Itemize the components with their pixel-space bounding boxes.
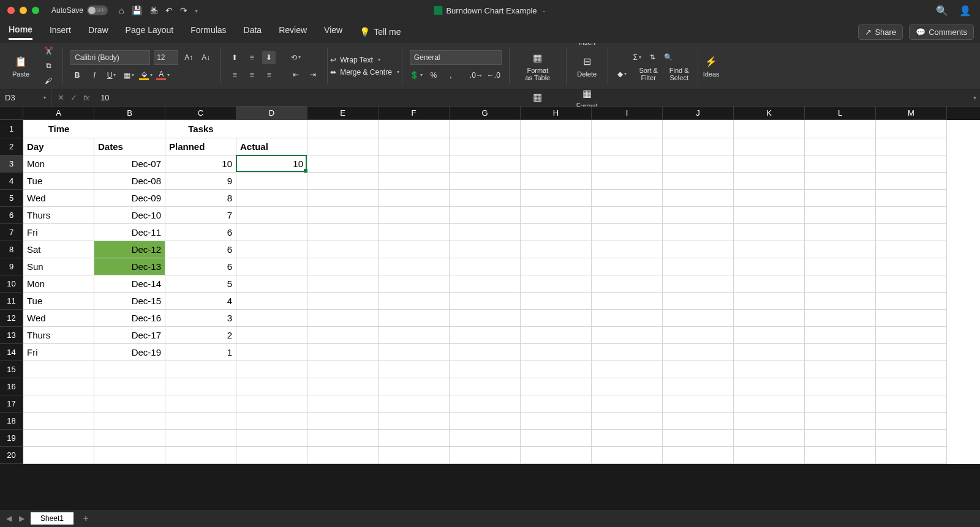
cell-M16[interactable] xyxy=(876,378,947,395)
cell-F9[interactable] xyxy=(379,258,450,275)
tab-review[interactable]: Review xyxy=(279,25,307,39)
cells-area[interactable]: TimeTasksDayDatesPlannedActualMonDec-071… xyxy=(23,120,947,464)
cell-J11[interactable] xyxy=(663,293,734,310)
cell-E18[interactable] xyxy=(307,413,379,430)
column-header-G[interactable]: G xyxy=(450,107,521,120)
cell-E1[interactable] xyxy=(307,120,379,138)
row-header-1[interactable]: 1 xyxy=(0,120,23,138)
cell-K14[interactable] xyxy=(734,344,805,361)
cell-H20[interactable] xyxy=(521,447,592,464)
cell-L4[interactable] xyxy=(805,173,876,190)
align-center-icon[interactable]: ≡ xyxy=(245,68,258,81)
next-sheet-icon[interactable]: ▶ xyxy=(19,514,24,523)
cell-F19[interactable] xyxy=(379,430,450,447)
cell-G19[interactable] xyxy=(450,430,521,447)
cell-K4[interactable] xyxy=(734,173,805,190)
cell-F5[interactable] xyxy=(379,190,450,207)
cell-A6[interactable]: Thurs xyxy=(23,207,94,224)
cell-K15[interactable] xyxy=(734,361,805,378)
merge-center-button[interactable]: ⬌Merge & Centre▾ xyxy=(330,68,399,77)
font-name-select[interactable] xyxy=(70,50,150,65)
row-header-7[interactable]: 7 xyxy=(0,224,23,241)
cell-J8[interactable] xyxy=(663,241,734,258)
cell-M15[interactable] xyxy=(876,361,947,378)
row-header-18[interactable]: 18 xyxy=(0,413,23,430)
search-icon[interactable]: 🔍 xyxy=(936,5,948,17)
cell-D9[interactable] xyxy=(236,258,307,275)
cell-I7[interactable] xyxy=(592,224,663,241)
cell-F14[interactable] xyxy=(379,344,450,361)
cell-G12[interactable] xyxy=(450,310,521,327)
cell-F16[interactable] xyxy=(379,378,450,395)
cell-H1[interactable] xyxy=(521,120,592,138)
cell-F12[interactable] xyxy=(379,310,450,327)
cell-L20[interactable] xyxy=(805,447,876,464)
cell-M14[interactable] xyxy=(876,344,947,361)
cell-L15[interactable] xyxy=(805,361,876,378)
cell-A1[interactable]: Time xyxy=(23,120,94,138)
tab-data[interactable]: Data xyxy=(244,25,262,39)
minimize-window-button[interactable] xyxy=(20,7,27,14)
cell-E4[interactable] xyxy=(307,173,379,190)
cell-J18[interactable] xyxy=(663,413,734,430)
cell-L12[interactable] xyxy=(805,310,876,327)
cell-D6[interactable] xyxy=(236,207,307,224)
maximize-window-button[interactable] xyxy=(32,7,39,14)
cell-K11[interactable] xyxy=(734,293,805,310)
cell-G10[interactable] xyxy=(450,275,521,293)
cell-D11[interactable] xyxy=(236,293,307,310)
delete-cells-button[interactable]: ⊟Delete xyxy=(575,53,599,79)
cell-A2[interactable]: Day xyxy=(23,138,94,155)
cell-B19[interactable] xyxy=(94,430,165,447)
cell-D2[interactable]: Actual xyxy=(236,138,307,155)
cell-M13[interactable] xyxy=(876,327,947,344)
expand-formula-bar-icon[interactable]: ▾ xyxy=(970,94,980,101)
align-top-icon[interactable]: ⬆ xyxy=(228,51,241,64)
cell-B10[interactable]: Dec-14 xyxy=(94,275,165,293)
row-header-17[interactable]: 17 xyxy=(0,395,23,413)
row-header-8[interactable]: 8 xyxy=(0,241,23,258)
formula-input[interactable]: 10 xyxy=(96,93,970,102)
cell-L16[interactable] xyxy=(805,378,876,395)
cell-A16[interactable] xyxy=(23,378,94,395)
cell-I18[interactable] xyxy=(592,413,663,430)
wrap-text-button[interactable]: ↩Wrap Text▾ xyxy=(330,56,399,64)
cancel-formula-icon[interactable]: ✕ xyxy=(58,93,64,102)
cell-H9[interactable] xyxy=(521,258,592,275)
cell-C20[interactable] xyxy=(165,447,236,464)
cell-D8[interactable] xyxy=(236,241,307,258)
cell-B9[interactable]: Dec-13 xyxy=(94,258,165,275)
cell-F20[interactable] xyxy=(379,447,450,464)
underline-button[interactable]: U▾ xyxy=(105,69,118,82)
cell-C7[interactable]: 6 xyxy=(165,224,236,241)
cell-C4[interactable]: 9 xyxy=(165,173,236,190)
cell-K7[interactable] xyxy=(734,224,805,241)
cell-H11[interactable] xyxy=(521,293,592,310)
cell-E7[interactable] xyxy=(307,224,379,241)
cell-D10[interactable] xyxy=(236,275,307,293)
align-bottom-icon[interactable]: ⬇ xyxy=(262,51,276,64)
cell-C14[interactable]: 1 xyxy=(165,344,236,361)
cell-H18[interactable] xyxy=(521,413,592,430)
decrease-decimal-icon[interactable]: ←.0 xyxy=(487,69,500,82)
share-button[interactable]: ↗Share xyxy=(858,24,903,40)
cell-A20[interactable] xyxy=(23,447,94,464)
currency-icon[interactable]: 💲▾ xyxy=(410,69,423,82)
cell-D18[interactable] xyxy=(236,413,307,430)
cell-C12[interactable]: 3 xyxy=(165,310,236,327)
cell-E5[interactable] xyxy=(307,190,379,207)
comments-button[interactable]: 💬Comments xyxy=(909,24,974,40)
cell-L3[interactable] xyxy=(805,155,876,173)
cell-K17[interactable] xyxy=(734,395,805,413)
cell-E20[interactable] xyxy=(307,447,379,464)
cell-I15[interactable] xyxy=(592,361,663,378)
cell-I16[interactable] xyxy=(592,378,663,395)
prev-sheet-icon[interactable]: ◀ xyxy=(6,514,12,523)
cell-M20[interactable] xyxy=(876,447,947,464)
cell-K1[interactable] xyxy=(734,120,805,138)
cell-B6[interactable]: Dec-10 xyxy=(94,207,165,224)
cell-L6[interactable] xyxy=(805,207,876,224)
cell-K9[interactable] xyxy=(734,258,805,275)
percent-icon[interactable]: % xyxy=(427,69,440,82)
cell-L7[interactable] xyxy=(805,224,876,241)
